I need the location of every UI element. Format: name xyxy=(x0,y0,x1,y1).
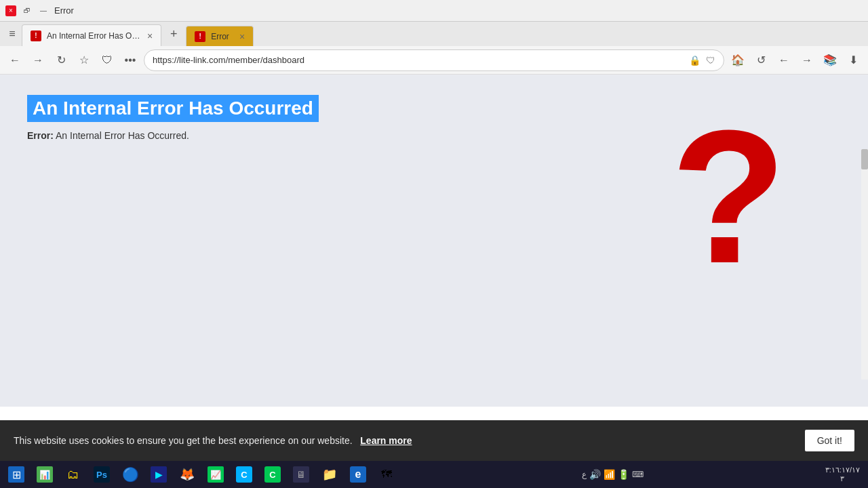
cookie-banner: This website uses cookies to ensure you … xyxy=(0,420,868,461)
bookmark-icon[interactable]: ☆ xyxy=(75,51,94,70)
home-button[interactable]: 🏠 xyxy=(728,51,747,70)
browser-toolbar: ← → ↻ ☆ 🛡 ••• https://lite-link.com/memb… xyxy=(0,46,868,75)
error-tab[interactable]: ! Error × xyxy=(186,26,254,46)
title-bar: × 🗗 — Error xyxy=(0,0,868,22)
more-tools-icon[interactable]: ••• xyxy=(121,51,140,70)
taskbar-app1[interactable]: C xyxy=(231,462,258,487)
taskbar-firefox[interactable]: 🦊 xyxy=(174,462,201,487)
forward-button[interactable]: → xyxy=(28,51,47,70)
lock-icon: 🔒 xyxy=(689,55,701,66)
error-heading: An Internal Error Has Occurred xyxy=(27,95,319,122)
window-close-button[interactable]: × xyxy=(5,5,16,16)
taskbar-task-manager[interactable]: 📊 xyxy=(31,462,58,487)
tray-lang-icon: ع xyxy=(582,470,587,479)
window-title: Error xyxy=(54,5,74,16)
tab-bar: ≡ ! An Internal Error Has Occurred × + !… xyxy=(0,22,868,46)
taskbar-date: ٣ xyxy=(825,474,860,483)
refresh-button[interactable]: ↻ xyxy=(52,51,71,70)
library-icon[interactable]: 📚 xyxy=(821,51,840,70)
sync-button[interactable]: ↺ xyxy=(751,51,770,70)
error-message: An Internal Error Has Occurred. xyxy=(56,130,189,141)
system-tray: ع 🔊 📶 🔋 ⌨ xyxy=(579,469,646,480)
taskbar-file-explorer[interactable]: 🗂 xyxy=(60,462,87,487)
taskbar-monitor[interactable]: 📈 xyxy=(202,462,229,487)
taskbar-ie[interactable]: e xyxy=(344,462,372,487)
download-icon[interactable]: ⬇ xyxy=(844,51,863,70)
error-tab-label: Error xyxy=(211,32,229,41)
active-tab[interactable]: ! An Internal Error Has Occurred × xyxy=(22,24,161,46)
browser-window: × 🗗 — Error ≡ ! An Internal Error Has Oc… xyxy=(0,0,868,488)
tray-network-icon[interactable]: 📶 xyxy=(604,469,615,480)
taskbar-photoshop[interactable]: Ps xyxy=(88,462,115,487)
window-restore-icon[interactable]: — xyxy=(38,5,49,16)
page-scrollbar[interactable] xyxy=(861,149,868,380)
nav-forward-button[interactable]: → xyxy=(797,51,816,70)
page-content: An Internal Error Has Occurred Error: An… xyxy=(0,75,868,407)
scrollbar-thumb[interactable] xyxy=(861,149,868,169)
taskbar-media-player[interactable]: ▶ xyxy=(145,462,172,487)
back-button[interactable]: ← xyxy=(5,51,24,70)
taskbar-maps[interactable]: 🗺 xyxy=(373,462,400,487)
tray-volume-icon[interactable]: 🔊 xyxy=(589,469,601,480)
tab-favicon: ! xyxy=(31,30,41,41)
address-bar[interactable]: https://lite-link.com/member/dashboard 🔒… xyxy=(144,49,724,71)
taskbar-app3[interactable]: 🖥 xyxy=(288,462,315,487)
taskbar: ⊞ 📊 🗂 Ps 🔵 ▶ 🦊 📈 C C 🖥 xyxy=(0,461,868,488)
privacy-icon: 🛡 xyxy=(706,55,715,66)
nav-back-button[interactable]: ← xyxy=(774,51,793,70)
taskbar-app2[interactable]: C xyxy=(259,462,286,487)
taskbar-start-button[interactable]: ⊞ xyxy=(3,462,30,487)
learn-more-link[interactable]: Learn more xyxy=(360,435,412,446)
got-it-button[interactable]: Got it! xyxy=(805,430,854,451)
error-tab-close-button[interactable]: × xyxy=(239,31,245,42)
error-label: Error: xyxy=(27,130,54,141)
menu-button[interactable]: ≡ xyxy=(3,24,22,43)
taskbar-clock: ٣:١٦:١٧/١٧ ٣ xyxy=(825,466,865,483)
tray-battery-icon[interactable]: 🔋 xyxy=(618,469,629,480)
taskbar-time: ٣:١٦:١٧/١٧ xyxy=(825,466,860,474)
error-tab-favicon: ! xyxy=(195,31,205,42)
shield-icon[interactable]: 🛡 xyxy=(98,51,117,70)
taskbar-folder[interactable]: 📁 xyxy=(316,462,343,487)
url-text: https://lite-link.com/member/dashboard xyxy=(153,55,684,65)
tab-label: An Internal Error Has Occurred xyxy=(47,31,142,41)
tab-close-button[interactable]: × xyxy=(147,30,153,41)
cookie-message: This website uses cookies to ensure you … xyxy=(14,435,797,446)
question-mark-icon: ? xyxy=(671,102,787,291)
new-tab-button[interactable]: + xyxy=(164,24,183,43)
window-minimize-icon[interactable]: 🗗 xyxy=(22,5,33,16)
tray-keyboard-icon[interactable]: ⌨ xyxy=(632,470,644,479)
taskbar-chrome[interactable]: 🔵 xyxy=(117,462,144,487)
